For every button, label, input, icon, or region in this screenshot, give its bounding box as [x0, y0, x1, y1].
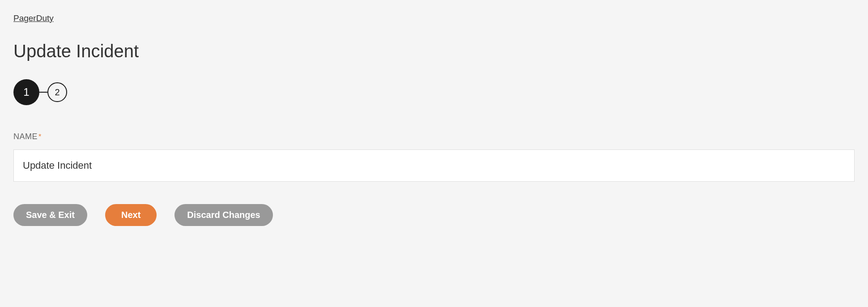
- name-label: NAME: [13, 132, 38, 141]
- button-row: Save & Exit Next Discard Changes: [13, 204, 855, 226]
- breadcrumb-link[interactable]: PagerDuty: [13, 13, 54, 23]
- name-input[interactable]: [13, 149, 855, 182]
- step-connector: [39, 92, 47, 93]
- save-exit-button[interactable]: Save & Exit: [13, 204, 87, 226]
- next-button[interactable]: Next: [105, 204, 157, 226]
- page-title: Update Incident: [13, 41, 855, 61]
- required-asterisk: *: [38, 133, 41, 141]
- step-1[interactable]: 1: [13, 79, 39, 105]
- stepper: 1 2: [13, 79, 855, 105]
- discard-changes-button[interactable]: Discard Changes: [174, 204, 272, 226]
- step-2[interactable]: 2: [47, 82, 67, 102]
- name-field-group: NAME*: [13, 132, 855, 182]
